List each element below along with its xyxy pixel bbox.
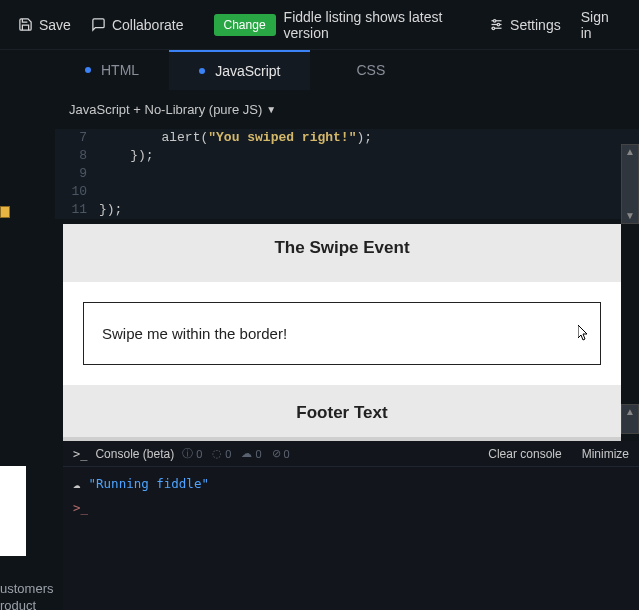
- change-badge[interactable]: Change: [214, 14, 276, 36]
- gutter-marker: [0, 206, 10, 218]
- prompt-text: >_: [73, 500, 88, 515]
- framework-dropdown[interactable]: JavaScript + No-Library (pure JS) ▼: [55, 90, 639, 129]
- left-floating-panel: [0, 466, 26, 556]
- tab-css-label: CSS: [356, 62, 385, 78]
- count-info: ⓘ0: [182, 446, 202, 461]
- line-number: 7: [55, 129, 99, 147]
- line-number: 9: [55, 165, 99, 183]
- left-line1: ustomers: [0, 580, 53, 597]
- tab-html[interactable]: HTML: [55, 50, 169, 90]
- svg-point-4: [497, 23, 500, 26]
- signin-button[interactable]: Sign in: [571, 3, 631, 47]
- settings-icon: [489, 17, 504, 32]
- svg-point-5: [492, 27, 495, 30]
- console-prompt[interactable]: >_: [73, 494, 629, 521]
- left-line2: roduct: [0, 597, 53, 610]
- dot-icon: [85, 67, 91, 73]
- console-log-text: "Running fiddle": [89, 476, 209, 491]
- code-text: alert("You swiped right!");: [99, 129, 372, 147]
- swipe-box[interactable]: Swipe me within the border!: [83, 302, 601, 365]
- clear-console-button[interactable]: Clear console: [488, 447, 561, 461]
- dot-icon: [199, 68, 205, 74]
- cloud-icon: ☁: [73, 476, 81, 491]
- framework-label: JavaScript + No-Library (pure JS): [69, 102, 262, 117]
- code-line[interactable]: 10: [55, 183, 639, 201]
- swipe-box-text: Swipe me within the border!: [102, 325, 287, 342]
- count-cloud: ☁0: [241, 447, 261, 460]
- scrollbar-vertical-lower[interactable]: ▲: [621, 404, 639, 434]
- svg-point-3: [493, 20, 496, 23]
- preview-title: The Swipe Event: [63, 224, 621, 282]
- console-body: ☁ "Running fiddle" >_: [63, 467, 639, 527]
- code-text: });: [99, 201, 122, 219]
- output-preview: The Swipe Event Swipe me within the bord…: [63, 224, 621, 441]
- save-label: Save: [39, 17, 71, 33]
- code-line[interactable]: 11});: [55, 201, 639, 219]
- console-panel: >_ Console (beta) ⓘ0 ◌0 ☁0 ⊘0 Clear cons…: [63, 441, 639, 610]
- console-counts: ⓘ0 ◌0 ☁0 ⊘0: [182, 446, 290, 461]
- cursor-icon: [578, 325, 590, 344]
- line-number: 8: [55, 147, 99, 165]
- scroll-up-icon[interactable]: ▲: [625, 405, 635, 419]
- scroll-down-icon[interactable]: ▼: [625, 209, 635, 223]
- console-log-line: ☁ "Running fiddle": [73, 473, 629, 494]
- editor-tabs: HTML JavaScript CSS: [55, 50, 639, 90]
- save-button[interactable]: Save: [8, 11, 81, 39]
- console-header: >_ Console (beta) ⓘ0 ◌0 ☁0 ⊘0 Clear cons…: [63, 441, 639, 467]
- listing-message: Fiddle listing shows latest version: [284, 9, 480, 41]
- collaborate-button[interactable]: Collaborate: [81, 11, 194, 39]
- code-line[interactable]: 9: [55, 165, 639, 183]
- code-line[interactable]: 7 alert("You swiped right!");: [55, 129, 639, 147]
- preview-body: Swipe me within the border!: [63, 282, 621, 385]
- scrollbar-vertical[interactable]: ▲ ▼: [621, 144, 639, 224]
- console-title: Console (beta): [95, 447, 174, 461]
- tab-html-label: HTML: [101, 62, 139, 78]
- top-toolbar: Save Collaborate Change Fiddle listing s…: [0, 0, 639, 50]
- tab-javascript[interactable]: JavaScript: [169, 50, 310, 90]
- count-warn: ◌0: [212, 447, 231, 460]
- line-number: 10: [55, 183, 99, 201]
- line-number: 11: [55, 201, 99, 219]
- minimize-console-button[interactable]: Minimize: [582, 447, 629, 461]
- settings-button[interactable]: Settings: [479, 11, 571, 39]
- preview-footer: Footer Text: [63, 385, 621, 441]
- code-line[interactable]: 8 });: [55, 147, 639, 165]
- tab-css[interactable]: CSS: [310, 50, 415, 90]
- left-sidebar-text: ustomers roduct: [0, 580, 53, 610]
- collaborate-icon: [91, 17, 106, 32]
- settings-label: Settings: [510, 17, 561, 33]
- count-err: ⊘0: [272, 447, 290, 460]
- code-text: });: [99, 147, 154, 165]
- collaborate-label: Collaborate: [112, 17, 184, 33]
- chevron-down-icon: ▼: [266, 104, 276, 115]
- code-editor[interactable]: 7 alert("You swiped right!");8 });91011}…: [55, 129, 639, 219]
- console-icon: >_: [73, 447, 87, 461]
- save-icon: [18, 17, 33, 32]
- tab-js-label: JavaScript: [215, 63, 280, 79]
- scroll-up-icon[interactable]: ▲: [625, 145, 635, 159]
